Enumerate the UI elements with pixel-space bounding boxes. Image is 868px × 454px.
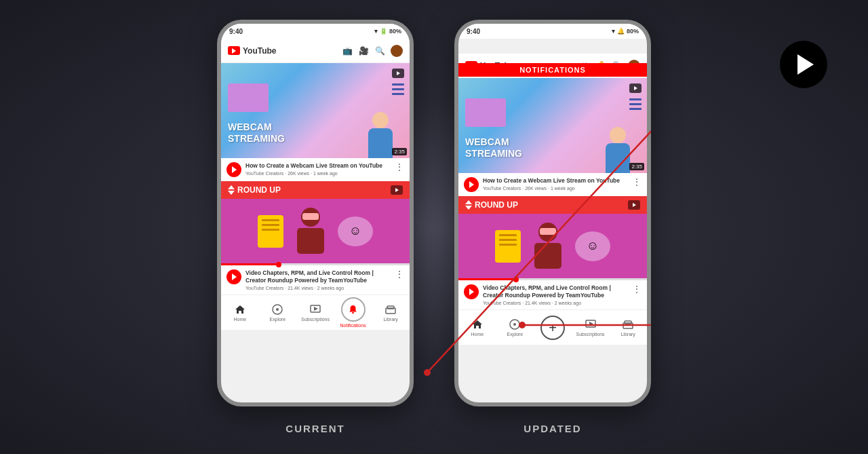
updated-webcam-line1: WEBCAM xyxy=(465,136,522,148)
updated-webcam-bg: WEBCAM STREAMING xyxy=(458,78,647,173)
current-duration-1: 2:35 xyxy=(392,148,407,155)
yellow-line xyxy=(262,224,279,226)
roundup-character xyxy=(294,208,328,255)
current-progress-bar xyxy=(221,263,410,265)
current-video-menu-2[interactable]: ⋮ xyxy=(395,269,404,290)
camera-icon[interactable]: 🎥 xyxy=(358,45,369,56)
updated-battery-icon: 🔔 xyxy=(617,28,625,35)
updated-duration-1: 2:35 xyxy=(629,163,644,170)
current-video-meta-1: YouTube Creators · 26K views · 1 week ag… xyxy=(245,171,391,176)
person-body xyxy=(368,128,393,158)
roundup-arrows-icon xyxy=(228,185,235,195)
updated-roundup-header: ROUND UP xyxy=(458,196,647,278)
current-nav-library[interactable]: Library xyxy=(372,295,410,330)
speech-bubble: ☺ xyxy=(338,216,373,246)
updated-smile-icon: ☺ xyxy=(587,239,599,253)
current-phone: 9:40 ▾ 🔋 80% YouTube 📺 🎥 🔍 xyxy=(217,20,414,406)
battery-icon: 🔋 xyxy=(380,28,387,35)
svg-rect-13 xyxy=(387,306,394,309)
char-head xyxy=(301,208,320,227)
current-phone-wrapper: 9:40 ▾ 🔋 80% YouTube 📺 🎥 🔍 xyxy=(217,20,414,434)
updated-explore-icon xyxy=(509,318,521,330)
updated-time: 9:40 xyxy=(467,28,480,35)
updated-monitor-line xyxy=(629,103,642,105)
current-roundup-play[interactable] xyxy=(391,185,403,195)
current-yt-header: YouTube 📺 🎥 🔍 xyxy=(221,39,410,63)
current-nav-notifications[interactable]: Notifications xyxy=(334,295,372,330)
updated-video-info-1: How to Create a Webcam Live Stream on Yo… xyxy=(458,173,647,196)
updated-status-bar: 9:40 ▾ 🔔 80% xyxy=(458,24,647,39)
updated-video-menu-1[interactable]: ⋮ xyxy=(632,177,642,192)
current-video-details-1: How to Create a Webcam Live Stream on Yo… xyxy=(245,162,391,177)
updated-nav-explore[interactable]: Explore xyxy=(496,310,534,345)
updated-yellow-line xyxy=(499,234,517,236)
updated-webcam-line2: STREAMING xyxy=(465,148,522,159)
current-nav-home-label: Home xyxy=(233,317,246,322)
library-svg xyxy=(385,305,396,314)
updated-roundup-play[interactable] xyxy=(628,200,640,210)
phones-container: 9:40 ▾ 🔋 80% YouTube 📺 🎥 🔍 xyxy=(217,20,651,434)
webcam-line2: STREAMING xyxy=(228,133,285,145)
current-nav-home[interactable]: Home xyxy=(221,295,259,330)
current-yt-icon xyxy=(228,46,240,55)
updated-nav-create[interactable]: + xyxy=(534,310,572,345)
current-progress-dot xyxy=(276,262,281,267)
updated-nav-home-label: Home xyxy=(471,332,484,337)
explore-svg xyxy=(272,304,283,315)
updated-video-info-2: Video Chapters, RPM, and Live Control Ro… xyxy=(458,280,647,309)
svg-marker-14 xyxy=(473,320,482,328)
updated-explore-svg xyxy=(509,319,520,330)
current-video-title-2: Video Chapters, RPM, and Live Control Ro… xyxy=(245,269,391,284)
person-figure xyxy=(368,112,393,158)
updated-webcam-title-overlay: WEBCAM STREAMING xyxy=(465,136,522,159)
cast-icon[interactable]: 📺 xyxy=(342,45,353,56)
current-nav-subs-label: Subscriptions xyxy=(301,317,330,322)
updated-progress-bar xyxy=(458,278,647,280)
create-button[interactable]: + xyxy=(540,316,565,340)
current-nav-library-label: Library xyxy=(383,317,397,322)
updated-monitor-line xyxy=(629,98,642,100)
monitor-shape xyxy=(228,83,269,112)
updated-library-svg xyxy=(623,320,633,329)
current-nav-explore[interactable]: Explore xyxy=(259,295,297,330)
updated-yellow-box xyxy=(495,230,521,263)
current-video-menu-1[interactable]: ⋮ xyxy=(395,162,404,177)
updated-video-menu-2[interactable]: ⋮ xyxy=(632,284,642,305)
subscriptions-icon xyxy=(309,303,321,316)
updated-video-stats-1: 26K views · 1 week ago xyxy=(525,186,575,191)
current-channel-name-2: YouTube Creators xyxy=(245,286,283,290)
bell-svg xyxy=(349,305,357,314)
notifications-banner-text: NOTIFICATIONS xyxy=(519,66,586,74)
updated-status-right: ▾ 🔔 80% xyxy=(612,28,639,35)
webcam-title-overlay: WEBCAM STREAMING xyxy=(228,121,285,145)
updated-roundup-arrows-icon xyxy=(465,200,472,210)
updated-phone-wrapper: 9:40 ▾ 🔔 80% NOTIFICATIONS YouTube 📺 xyxy=(454,20,651,434)
updated-play-btn-1[interactable] xyxy=(629,83,642,93)
updated-nav-subscriptions[interactable]: Subscriptions xyxy=(572,310,610,345)
avatar[interactable] xyxy=(391,45,403,57)
updated-nav-subs-label: Subscriptions xyxy=(576,332,605,337)
updated-monitor-line xyxy=(629,108,642,110)
updated-video-details-1: How to Create a Webcam Live Stream on Yo… xyxy=(483,177,628,192)
home-svg xyxy=(235,305,245,314)
updated-monitor-shape xyxy=(465,98,506,127)
youtube-play-button[interactable] xyxy=(780,41,827,88)
current-yt-text: YouTube xyxy=(243,46,277,56)
svg-point-8 xyxy=(276,308,279,311)
subscriptions-svg xyxy=(310,305,321,314)
current-nav-subscriptions[interactable]: Subscriptions xyxy=(296,295,334,330)
webcam-line1: WEBCAM xyxy=(228,121,285,133)
current-video-details-2: Video Chapters, RPM, and Live Control Ro… xyxy=(245,269,391,290)
arrow-down-icon xyxy=(228,191,235,195)
updated-nav-library[interactable]: Library xyxy=(609,310,647,345)
yellow-box xyxy=(258,215,283,248)
current-play-btn-1[interactable] xyxy=(392,69,404,78)
updated-thumb-1[interactable]: WEBCAM STREAMING 2:35 xyxy=(458,78,647,173)
current-video-stats-2: 21.4K views · 2 weeks ago xyxy=(288,286,344,290)
updated-nav-home[interactable]: Home xyxy=(458,310,496,345)
updated-video-meta-2: YouTube Creators · 21.4K views · 2 weeks… xyxy=(483,301,628,305)
library-icon xyxy=(384,303,397,316)
char-body xyxy=(297,228,324,254)
current-thumb-1[interactable]: WEBCAM STREAMING 2:35 xyxy=(221,63,410,158)
search-icon[interactable]: 🔍 xyxy=(374,45,385,56)
